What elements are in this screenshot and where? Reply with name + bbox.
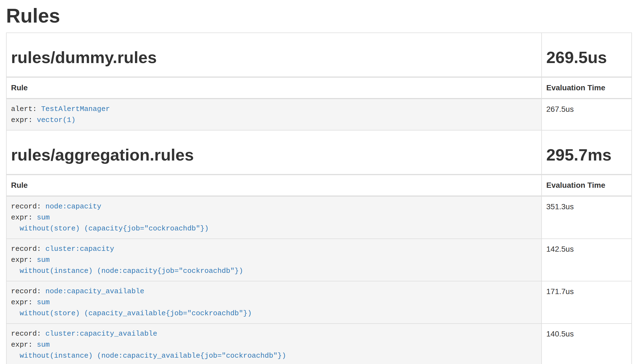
rule-row: alert: TestAlertManager expr: vector(1) …	[6, 99, 632, 130]
rule-code-line: expr: sum	[11, 339, 537, 350]
rule-code-line: record: node:capacity_available	[11, 286, 537, 297]
expr-link[interactable]: sum	[37, 256, 50, 264]
expr-continuation-link[interactable]: without(instance) (node:capacity_availab…	[11, 352, 286, 360]
rule-group-file: rules/dummy.rules	[11, 48, 537, 67]
rule-row: record: cluster:capacity_available expr:…	[6, 324, 632, 364]
expr-label: expr:	[11, 256, 37, 264]
expr-link[interactable]: sum	[37, 341, 50, 349]
rule-code-line: without(instance) (node:capacity{job="co…	[11, 265, 537, 276]
rule-kind-label: record:	[11, 287, 45, 295]
rule-kind-label: record:	[11, 245, 45, 253]
column-header-rule: Rule	[6, 77, 542, 99]
rule-code: record: cluster:capacity_available expr:…	[11, 328, 537, 361]
rule-group-header: rules/aggregation.rules 295.7ms	[6, 130, 632, 175]
rule-kind-label: record:	[11, 202, 45, 211]
rule-evaluation-time: 351.3us	[542, 196, 632, 239]
rule-row: record: cluster:capacity expr: sum witho…	[6, 239, 632, 281]
rule-cell: record: cluster:capacity_available expr:…	[6, 324, 542, 364]
rule-group-header: rules/dummy.rules 269.5us	[6, 33, 632, 77]
rule-code-line: without(instance) (node:capacity_availab…	[11, 350, 537, 361]
rule-evaluation-time: 171.7us	[542, 281, 632, 324]
rule-code-line: expr: sum	[11, 212, 537, 223]
rule-evaluation-time: 267.5us	[542, 99, 632, 130]
rule-cell: alert: TestAlertManager expr: vector(1)	[6, 99, 542, 130]
rule-code-line: expr: sum	[11, 254, 537, 265]
rule-code: record: node:capacity expr: sum without(…	[11, 201, 537, 234]
expr-label: expr:	[11, 116, 37, 124]
rule-group-total-time: 269.5us	[546, 48, 627, 67]
rule-kind-label: record:	[11, 330, 45, 338]
rule-cell: record: node:capacity_available expr: su…	[6, 281, 542, 324]
column-header-evaluation-time: Evaluation Time	[542, 175, 632, 196]
record-name-link[interactable]: node:capacity	[45, 202, 101, 211]
rule-group-file-cell: rules/aggregation.rules	[6, 130, 542, 175]
record-name-link[interactable]: node:capacity_available	[45, 287, 144, 295]
rules-table: rules/dummy.rules 269.5us Rule Evaluatio…	[6, 32, 632, 364]
rule-code-line: record: cluster:capacity	[11, 243, 537, 254]
expr-continuation-link[interactable]: without(store) (capacity{job="cockroachd…	[11, 224, 209, 233]
rule-group-file-cell: rules/dummy.rules	[6, 33, 542, 77]
columns-header-row: Rule Evaluation Time	[6, 175, 632, 196]
expr-label: expr:	[11, 298, 37, 306]
rule-code-line: record: cluster:capacity_available	[11, 328, 537, 339]
expr-label: expr:	[11, 341, 37, 349]
rule-code: alert: TestAlertManager expr: vector(1)	[11, 104, 537, 126]
columns-header-row: Rule Evaluation Time	[6, 77, 632, 99]
rule-evaluation-time: 142.5us	[542, 239, 632, 281]
rule-row: record: node:capacity expr: sum without(…	[6, 196, 632, 239]
rule-code-line: without(store) (capacity{job="cockroachd…	[11, 223, 537, 234]
page-container: Rules rules/dummy.rules 269.5us Rule Eva…	[0, 4, 638, 364]
rule-group-total-time: 295.7ms	[546, 146, 627, 164]
record-name-link[interactable]: cluster:capacity_available	[45, 330, 157, 338]
rule-code-line: record: node:capacity	[11, 201, 537, 212]
rule-cell: record: node:capacity expr: sum without(…	[6, 196, 542, 239]
expr-link[interactable]: sum	[37, 298, 50, 306]
expr-continuation-link[interactable]: without(instance) (node:capacity{job="co…	[11, 267, 243, 275]
rule-code-line: expr: sum	[11, 297, 537, 308]
rule-group-total-time-cell: 295.7ms	[542, 130, 632, 175]
rule-group-total-time-cell: 269.5us	[542, 33, 632, 77]
expr-continuation-link[interactable]: without(store) (capacity_available{job="…	[11, 309, 252, 317]
expr-label: expr:	[11, 213, 37, 222]
rule-kind-label: alert:	[11, 105, 41, 113]
column-header-rule: Rule	[6, 175, 542, 196]
column-header-evaluation-time: Evaluation Time	[542, 77, 632, 99]
record-name-link[interactable]: cluster:capacity	[45, 245, 114, 253]
rule-code-line: expr: vector(1)	[11, 115, 537, 126]
rule-group-file: rules/aggregation.rules	[11, 146, 537, 164]
rule-cell: record: cluster:capacity expr: sum witho…	[6, 239, 542, 281]
rule-code-line: alert: TestAlertManager	[11, 104, 537, 115]
rule-evaluation-time: 140.5us	[542, 324, 632, 364]
rule-code: record: node:capacity_available expr: su…	[11, 286, 537, 319]
expr-link[interactable]: vector(1)	[37, 116, 75, 124]
rule-code: record: cluster:capacity expr: sum witho…	[11, 243, 537, 276]
expr-link[interactable]: sum	[37, 213, 50, 222]
page-title: Rules	[6, 4, 632, 27]
rule-code-line: without(store) (capacity_available{job="…	[11, 308, 537, 319]
alert-name-link[interactable]: TestAlertManager	[41, 105, 110, 113]
rule-row: record: node:capacity_available expr: su…	[6, 281, 632, 324]
